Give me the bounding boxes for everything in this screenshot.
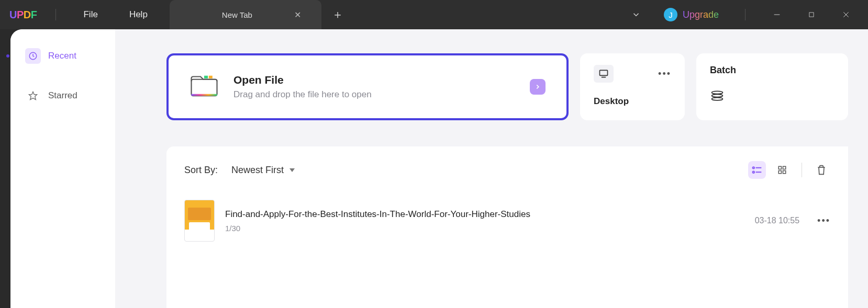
menu-help[interactable]: Help [116,6,161,23]
more-icon[interactable]: ••• [817,215,830,226]
clock-icon [25,48,41,64]
svg-rect-23 [783,171,786,174]
file-date: 03-18 10:55 [755,216,799,225]
add-tab-button[interactable]: ＋ [332,7,343,22]
svg-marker-15 [290,168,295,172]
folder-icon [190,73,219,100]
main-area: Open File Drag and drop the file here to… [115,29,868,308]
sort-by-label: Sort By: [184,165,218,176]
svg-rect-20 [778,166,781,169]
svg-point-16 [753,167,754,168]
chevron-right-icon[interactable] [530,79,546,95]
svg-rect-8 [209,76,213,78]
svg-rect-7 [204,76,208,78]
divider [802,163,802,177]
file-row[interactable]: Find-and-Apply-For-the-Best-Institutes-I… [184,200,830,242]
file-title: Find-and-Apply-For-the-Best-Institutes-I… [225,209,530,220]
file-thumbnail [184,200,215,242]
sort-selected: Newest First [231,165,284,176]
svg-marker-5 [29,92,37,100]
trash-button[interactable] [813,161,830,179]
tab-label: New Tab [222,10,252,19]
file-info: Find-and-Apply-For-the-Best-Institutes-I… [225,209,530,233]
open-file-text: Open File Drag and drop the file here to… [233,74,372,100]
window-close-button[interactable] [833,6,859,23]
divider [745,9,745,20]
file-pages: 1/30 [225,224,530,233]
sort-dropdown[interactable]: Newest First [231,165,295,176]
tab-new[interactable]: New Tab ✕ [170,0,321,29]
upgrade-label: Upgrade [683,9,719,20]
open-file-subtitle: Drag and drop the file here to open [233,89,372,100]
upgrade-button[interactable]: J Upgrade [656,8,726,21]
divider [55,9,56,20]
batch-card-label: Batch [710,65,834,76]
grid-view-button[interactable] [773,161,791,179]
sidebar: Recent Starred [10,29,115,308]
svg-rect-22 [778,171,781,174]
svg-rect-6 [192,79,217,96]
workspace: Recent Starred [10,29,868,308]
titlebar: UPDF File Help New Tab ✕ ＋ J Upgrade [0,0,868,29]
cards-row: Open File Drag and drop the file here to… [115,53,868,120]
window-minimize-button[interactable] [764,6,789,23]
desktop-card-label: Desktop [594,96,671,107]
batch-icon [710,89,834,104]
svg-rect-10 [600,70,608,75]
sort-row: Sort By: Newest First [184,161,830,179]
close-icon[interactable]: ✕ [294,10,301,20]
list-view-button[interactable] [748,161,766,179]
files-panel: Sort By: Newest First [166,146,848,308]
open-file-title: Open File [233,74,372,86]
indicator-dot [6,54,9,58]
window-maximize-button[interactable] [799,6,824,23]
avatar: J [664,8,677,21]
open-file-card[interactable]: Open File Drag and drop the file here to… [166,53,569,120]
more-icon[interactable]: ••• [658,69,671,79]
sidebar-item-label: Recent [48,51,76,61]
sidebar-item-label: Starred [48,90,77,101]
tab-strip: New Tab ✕ ＋ [170,0,343,29]
chevron-down-icon[interactable] [625,4,647,26]
svg-point-12 [712,91,723,94]
svg-rect-9 [192,94,217,96]
svg-rect-21 [783,166,786,169]
svg-point-14 [712,98,723,100]
app-logo: UPDF [9,9,37,21]
svg-rect-1 [809,13,814,17]
menu-file[interactable]: File [70,6,111,23]
svg-point-13 [712,94,723,97]
titlebar-right: J Upgrade [625,4,859,26]
sidebar-item-recent[interactable]: Recent [18,43,108,69]
desktop-card[interactable]: ••• Desktop [580,53,685,120]
batch-card[interactable]: Batch [696,53,848,120]
triangle-down-icon [289,167,295,173]
star-icon [25,88,41,104]
svg-point-18 [753,172,754,173]
sidebar-item-starred[interactable]: Starred [18,83,108,109]
monitor-icon [594,65,614,83]
